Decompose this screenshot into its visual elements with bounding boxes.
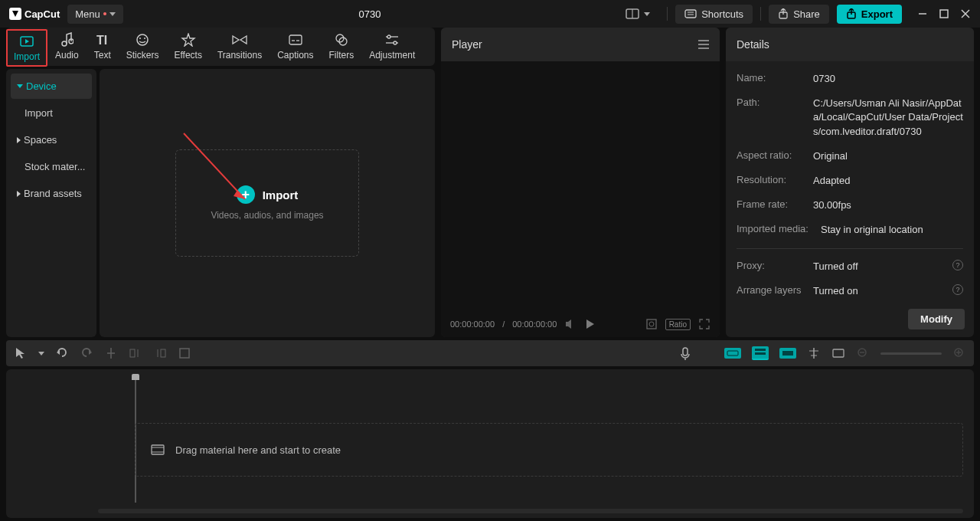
- tab-text[interactable]: TI Text: [87, 32, 119, 61]
- detail-framerate: Frame rate: 30.00fps: [737, 198, 963, 212]
- track-mode-1[interactable]: [724, 348, 741, 359]
- import-title: Import: [263, 188, 299, 202]
- divider: [737, 248, 963, 249]
- fit-icon[interactable]: [645, 318, 658, 330]
- zoom-out-icon[interactable]: [856, 346, 870, 360]
- shortcuts-button[interactable]: Shortcuts: [675, 5, 753, 24]
- plus-icon: +: [237, 185, 255, 204]
- timeline[interactable]: Drag material here and start to create: [6, 369, 974, 518]
- preview-icon[interactable]: [831, 346, 845, 360]
- captions-icon: [288, 32, 303, 48]
- detail-value: 30.00fps: [813, 198, 963, 212]
- split-right-icon[interactable]: [153, 346, 167, 360]
- timeline-dropzone[interactable]: Drag material here and start to create: [135, 423, 963, 477]
- tab-label: Audio: [55, 50, 79, 61]
- detail-label: Aspect ratio:: [737, 149, 813, 163]
- sidebar-item-brand[interactable]: Brand assets: [11, 181, 92, 206]
- track-mode-2[interactable]: [752, 346, 769, 360]
- sidebar-label: Device: [26, 80, 57, 92]
- share-icon: [778, 8, 789, 19]
- info-icon[interactable]: ?: [952, 284, 963, 295]
- tab-adjustment[interactable]: Adjustment: [361, 32, 423, 61]
- window-controls: [917, 8, 971, 19]
- info-icon[interactable]: ?: [952, 260, 963, 270]
- media-sidebar: Device Import Spaces Stock mater... Bran…: [6, 69, 96, 337]
- close-icon[interactable]: [960, 8, 971, 19]
- fullscreen-icon[interactable]: [698, 318, 710, 330]
- layout-button[interactable]: [616, 5, 659, 23]
- divider: [667, 7, 668, 21]
- chevron-down-icon: [644, 12, 650, 16]
- sidebar-label: Import: [24, 107, 53, 119]
- tab-import[interactable]: Import: [6, 29, 47, 67]
- minimize-icon[interactable]: [917, 8, 928, 19]
- svg-rect-32: [647, 319, 656, 329]
- detail-value: 0730: [813, 72, 963, 86]
- ratio-button[interactable]: Ratio: [665, 319, 691, 330]
- tab-audio[interactable]: Audio: [47, 32, 87, 61]
- maximize-icon[interactable]: [939, 8, 949, 19]
- modify-button[interactable]: Modify: [908, 309, 965, 329]
- media-panel: Import Audio TI Text Stickers Effects Tr…: [6, 28, 435, 337]
- hamburger-icon[interactable]: [698, 40, 709, 49]
- cursor-icon[interactable]: [14, 346, 28, 360]
- tab-captions[interactable]: Captions: [270, 32, 321, 61]
- import-area: + Import Videos, audios, and images: [100, 69, 435, 337]
- tab-label: Adjustment: [369, 50, 415, 61]
- play-icon[interactable]: [584, 318, 596, 330]
- sidebar-label: Stock mater...: [24, 161, 85, 172]
- volume-icon[interactable]: [564, 318, 577, 330]
- zoom-slider[interactable]: [880, 352, 942, 355]
- sidebar-item-import[interactable]: Import: [11, 100, 92, 126]
- tab-stickers[interactable]: Stickers: [119, 32, 167, 61]
- svg-rect-46: [755, 352, 766, 355]
- audio-icon: [60, 32, 74, 48]
- svg-rect-44: [727, 351, 738, 356]
- details-header: Details: [726, 28, 974, 61]
- detail-name: Name: 0730: [737, 72, 963, 86]
- svg-marker-12: [25, 39, 29, 44]
- detail-value: Adapted: [813, 174, 963, 188]
- tab-transitions[interactable]: Transitions: [210, 32, 270, 61]
- detail-value: Turned off: [813, 260, 952, 274]
- split-icon[interactable]: [104, 346, 118, 360]
- share-button[interactable]: Share: [769, 5, 829, 24]
- drop-hint: Drag material here and start to create: [175, 444, 341, 456]
- import-dropzone[interactable]: + Import Videos, audios, and images: [175, 149, 359, 257]
- tab-effects[interactable]: Effects: [166, 32, 209, 61]
- svg-point-13: [62, 41, 67, 46]
- timeline-scrollbar[interactable]: [98, 509, 963, 513]
- sidebar-item-spaces[interactable]: Spaces: [11, 127, 92, 152]
- undo-icon[interactable]: [55, 346, 69, 360]
- export-button[interactable]: Export: [837, 5, 902, 24]
- sidebar-item-device[interactable]: Device: [11, 74, 92, 99]
- svg-marker-31: [586, 319, 594, 329]
- tab-label: Captions: [277, 50, 313, 61]
- clip-icon: [151, 444, 165, 455]
- playhead[interactable]: [130, 374, 141, 383]
- detail-label: Frame rate:: [737, 198, 813, 212]
- svg-rect-43: [683, 348, 688, 356]
- align-icon[interactable]: [807, 346, 821, 360]
- svg-point-23: [336, 34, 344, 42]
- crop-icon[interactable]: [178, 346, 191, 360]
- track-mode-3[interactable]: [779, 348, 796, 359]
- main-area: Import Audio TI Text Stickers Effects Tr…: [0, 28, 980, 337]
- detail-label: Resolution:: [737, 174, 813, 188]
- microphone-icon[interactable]: [678, 346, 692, 360]
- split-left-icon[interactable]: [129, 346, 142, 360]
- tab-filters[interactable]: Filters: [322, 32, 362, 61]
- redo-icon[interactable]: [80, 346, 93, 360]
- svg-point-17: [139, 38, 141, 39]
- sidebar-item-stock[interactable]: Stock mater...: [11, 154, 92, 179]
- app-name: CapCut: [24, 8, 60, 20]
- keyboard-icon: [684, 9, 697, 18]
- chevron-down-icon[interactable]: [38, 352, 44, 356]
- svg-rect-42: [180, 349, 189, 358]
- svg-rect-45: [755, 349, 766, 351]
- layout-icon: [626, 8, 639, 19]
- zoom-in-icon[interactable]: [952, 346, 966, 360]
- detail-layers: Arrange layers Turned on ?: [737, 284, 963, 298]
- menu-button[interactable]: Menu: [67, 5, 123, 24]
- tab-label: Filters: [329, 50, 354, 61]
